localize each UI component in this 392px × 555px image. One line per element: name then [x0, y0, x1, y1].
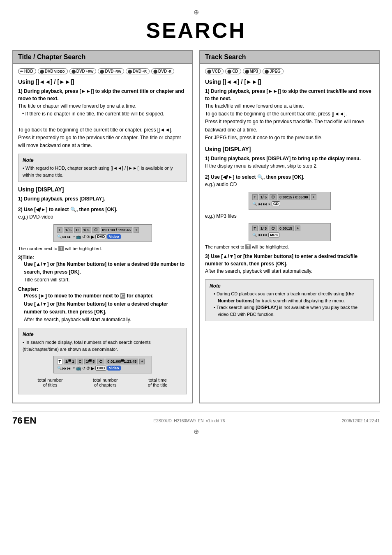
diag-video: Video [107, 366, 120, 371]
using-prev-next-title-left: Using [|◄◄] / [►►|] [18, 78, 187, 85]
disp-step1-num-right: 1) [205, 156, 210, 161]
note-box-1: Note • With regard to HDD, chapter searc… [18, 154, 187, 182]
note-title-right: Note [210, 283, 369, 289]
disp-step1-bold-left: During playback, press [DISPLAY]. [24, 196, 105, 202]
disp-step1-bold-right: During playback, press [DISPLAY] to brin… [211, 156, 361, 161]
note-bullet-1: • During CD playback you can enter a tra… [214, 290, 369, 304]
diag-ctrl: ⏮ ⏭ ↗ 📺 ↺ ② ▶ [62, 366, 95, 371]
annot-total-chapters: total numberof chapters [93, 378, 118, 387]
mp3-T: T [252, 226, 258, 231]
title-chapter-step3: 3)Title: Use [▲/▼] or [the Number button… [18, 255, 187, 324]
crosshair-top-icon: ⊕ [12, 8, 380, 16]
annot-total-time: total timeof the title [148, 378, 168, 387]
right-step3: 3) Use [▲/▼] or [the Number buttons] to … [205, 253, 374, 275]
en-label: EN [24, 415, 37, 426]
note-box-2: Note • In search mode display, total num… [18, 328, 187, 394]
mp3-label-sm: MP3 [268, 233, 279, 237]
clock-icon: ⏱ [92, 227, 99, 233]
diag-C: C [77, 359, 83, 364]
cd-screen-row1: T 1/ 5 ⏱ 0:00:15 / 0:05:00 + [252, 194, 327, 200]
left-step1-bullet1: • If there is no chapter in one title, t… [22, 110, 187, 118]
disp-step1-right: 1) During playback, press [DISPLAY] to b… [205, 155, 374, 170]
dvd-plus-r-badge: ⬤DVD+R [126, 68, 150, 74]
mp3-example-label: e.g.) MP3 files [205, 212, 374, 220]
cd-search-icon: 🔍 [252, 202, 257, 206]
right-step3-body: After the search, playback will start au… [205, 267, 374, 275]
note2-text: • In search mode display, total numbers … [23, 339, 182, 352]
diag-dvd: DVD [95, 366, 106, 371]
track-search-section: Track Search ⬤VCD ⬤CD ⬤MP3 ⬤JPEG [199, 50, 380, 403]
ctrl-icons: ⏮ ⏭ ↗ 📺 ↺ ② ▶ [62, 235, 95, 239]
diagram-area: T 1/▀ 1 C 1/▀ 5 ⏱ 0:01:00/▀1:23:45 + 🔍 ⏮ [23, 356, 182, 387]
page-footer: 76 EN E2S00UD_H2160MW9_EN_v1.indd 76 200… [12, 412, 380, 426]
diag-time: 0:01:00/▀1:23:45 [106, 359, 138, 364]
left-step1-bold: During playback, press [►►|] to skip the… [18, 88, 184, 101]
cd-ctrl-icons: ⏮ ⏭ ▶ [258, 202, 271, 206]
left-step1-num: 1) [18, 88, 23, 94]
crosshair-bottom-icon: ⊕ [12, 428, 380, 435]
note1-title: Note [23, 157, 182, 163]
mp3-clock: ⏱ [270, 226, 277, 231]
disp-step2-bold-left: Use [◀/►] to select 🔍, then press [OK]. [24, 207, 118, 212]
right-step1-num: 1) [205, 88, 210, 94]
cd-time: 0:00:15 / 0:05:00 [278, 194, 310, 200]
title-step-body: Use [▲/▼] or [the Number buttons] to ent… [24, 260, 187, 284]
vcd-badge: ⬤VCD [205, 68, 224, 74]
dvd-label-sm: DVD [95, 234, 106, 239]
dvd-screen-row2: 🔍 ⏮ ⏭ ↗ 📺 ↺ ② ▶ DVD Video [57, 234, 148, 239]
note-text-right: • During CD playback you can enter a tra… [210, 290, 369, 318]
dvd-minus-r-badge: ⬤DVD-R [151, 68, 174, 74]
hdd-badge: ✏HDD [18, 68, 36, 74]
note1-text: • With regard to HDD, chapter search usi… [23, 165, 182, 178]
search-icon-sm: 🔍 [57, 235, 62, 239]
disp-step2-num-right: 2) [205, 174, 210, 180]
track-search-body: ⬤VCD ⬤CD ⬤MP3 ⬤JPEG Using [|◄◄] / [►►|] … [200, 64, 379, 329]
chapter-label: Chapter: [18, 286, 187, 292]
disp-step1-left: 1) During playback, press [DISPLAY]. [18, 195, 187, 203]
dvd-screen-mockup: T 1/ 5 C 1/ 5 ⏱ 0:01:00 / 1:23:45 + 🔍 ⏮ … [53, 224, 152, 242]
time-val: 0:01:00 / 1:23:45 [101, 227, 133, 233]
cd-T: T [252, 194, 258, 200]
two-column-layout: Title / Chapter Search ✏HDD ⬤DVDVIDEO ⬤D… [12, 50, 380, 403]
title-step-label: 3)Title: [18, 255, 187, 260]
cd-t-val: 1/ 5 [259, 194, 268, 200]
diag-T: T [57, 359, 63, 364]
right-step1-line2: To go back to the beginning of the curre… [205, 110, 374, 118]
cd-clock: ⏱ [270, 194, 277, 200]
left-step1-line1: The title or chapter will move forward b… [18, 102, 187, 110]
dvd-minus-rw-badge: ⬤DVD-RW [98, 68, 124, 74]
mp3-search-icon: 🔍 [252, 233, 257, 237]
caption-t-highlight-left: The number next to T will be highlighted… [18, 245, 187, 252]
disp-step2-left: 2) Use [◀/►] to select 🔍, then press [OK… [18, 206, 187, 221]
cd-plus: + [311, 194, 316, 200]
cd-label-sm: CD [272, 201, 280, 206]
left-step1-body: The title or chapter will move forward b… [18, 102, 187, 150]
annot-total-titles: total numberof titles [37, 378, 62, 387]
right-step1-line1: The track/file will move forward one at … [205, 102, 374, 110]
right-step1: 1) During playback, press [►►|] to skip … [205, 88, 374, 142]
chapter-body: Press [►] to move to the number next to … [24, 292, 187, 324]
diag-search: 🔍 [57, 366, 62, 370]
mp3-t-val: 1/ 5 [259, 226, 268, 231]
mp3-screen-mockup: T 1/ 5 ⏱ 0:00:15 + 🔍 ⏮ ⏭ MP3 [249, 223, 331, 241]
diag-t-val: 1/▀ 1 [64, 359, 76, 364]
cd-screen-mockup: T 1/ 5 ⏱ 0:00:15 / 0:05:00 + 🔍 ⏮ ⏭ ▶ CD [249, 192, 331, 210]
diag-plus: + [139, 359, 145, 364]
diagram-annotations: total numberof titles total numberof cha… [23, 378, 182, 387]
using-display-title-right: Using [DISPLAY] [205, 146, 374, 152]
using-display-title-left: Using [DISPLAY] [18, 186, 187, 193]
title-chapter-body: ✏HDD ⬤DVDVIDEO ⬤DVD+RW ⬤DVD-RW ⬤DVD+R [13, 64, 192, 403]
diag-clock: ⏱ [97, 359, 104, 364]
format-icons-left: ✏HDD ⬤DVDVIDEO ⬤DVD+RW ⬤DVD-RW ⬤DVD+R [18, 68, 187, 74]
t-cell: T [57, 227, 63, 233]
plus-cell: + [134, 227, 139, 233]
right-step3-bold: Use [▲/▼] or [the Number buttons] to ent… [205, 253, 357, 267]
diagram-screen: T 1/▀ 1 C 1/▀ 5 ⏱ 0:01:00/▀1:23:45 + 🔍 ⏮ [53, 356, 152, 373]
footer-filename: E2S00UD_H2160MW9_EN_v1.indd 76 [153, 419, 225, 423]
track-search-header: Track Search [200, 51, 379, 64]
diag-c-val: 1/▀ 5 [84, 359, 96, 364]
page: ⊕ SEARCH Title / Chapter Search ✏HDD ⬤DV… [0, 0, 392, 555]
diag-row1: T 1/▀ 1 C 1/▀ 5 ⏱ 0:01:00/▀1:23:45 + [57, 359, 148, 364]
right-step1-line4: For JPEG files, press it once to go to t… [205, 134, 374, 142]
page-title: SEARCH [12, 18, 380, 43]
